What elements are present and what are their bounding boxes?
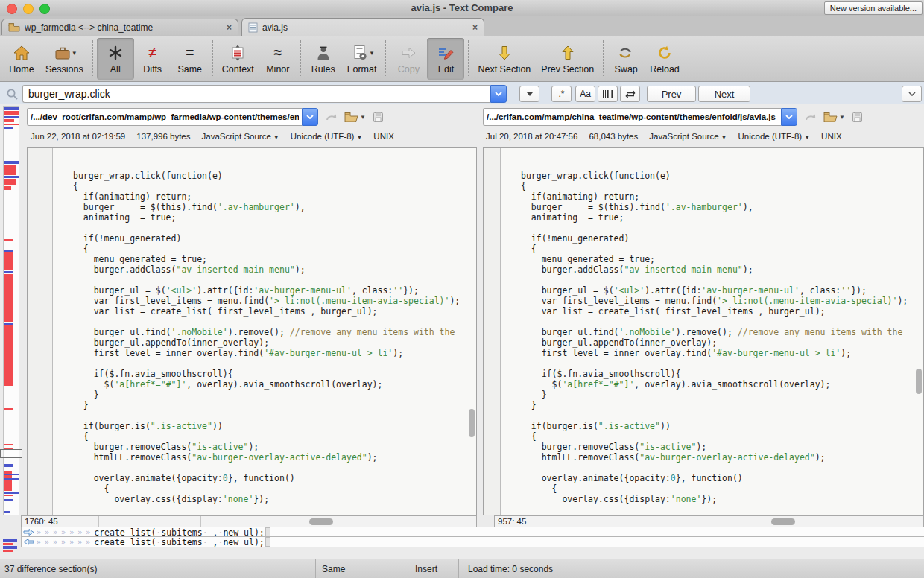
- search-menu-dropdown[interactable]: [519, 86, 539, 102]
- detail-text: ,: [208, 537, 218, 547]
- code-line: [521, 410, 914, 421]
- scrollbar-thumb[interactable]: [469, 409, 475, 437]
- regex-toggle-button[interactable]: .*: [551, 86, 572, 102]
- code-line: overlay.css({display:'none'});: [521, 494, 914, 504]
- code-line: htmlEL.removeClass("av-burger-overlay-ac…: [521, 452, 914, 463]
- toolbar-button-all[interactable]: All: [97, 38, 134, 80]
- tab-avia-js[interactable]: avia.js ×: [241, 18, 484, 36]
- search-history-dropdown[interactable]: [490, 85, 507, 103]
- update-available-button[interactable]: New version available...: [824, 1, 923, 15]
- scrollbar-thumb[interactable]: [771, 518, 795, 525]
- open-folder-caret-icon: ▼: [360, 114, 366, 121]
- code-line: burger_wrap.click(function(e): [521, 171, 914, 181]
- edit-pencil-icon: [436, 43, 455, 63]
- approx-icon: ≈: [268, 43, 288, 63]
- left-vertical-scrollbar[interactable]: [467, 148, 476, 515]
- toolbar-separator: [212, 40, 213, 77]
- title-bar: avia.js - Text Compare New version avail…: [0, 0, 924, 17]
- code-line: [73, 410, 467, 421]
- code-line: }: [73, 400, 467, 410]
- toolbar-button-minor[interactable]: ≈Minor: [259, 38, 297, 80]
- close-tab-icon[interactable]: ×: [472, 23, 478, 32]
- left-code-pane[interactable]: burger_wrap.click(function(e){ if(animat…: [27, 147, 477, 515]
- diff-stripe-red: [3, 543, 13, 545]
- code-line: var first_level_items = menu.find('> li:…: [521, 296, 914, 306]
- code-line: [73, 358, 467, 369]
- diff-stripe-red: [4, 239, 13, 241]
- toolbar-button-reload[interactable]: Reload: [645, 38, 685, 80]
- right-open-folder-button[interactable]: ▼: [823, 112, 845, 122]
- code-line: if(animating) return;: [73, 191, 467, 202]
- code-line: {: [521, 244, 914, 254]
- tab-label: avia.js: [262, 22, 288, 33]
- right-encoding-dropdown[interactable]: Unicode (UTF-8)▼: [738, 132, 811, 141]
- code-line: if(burger.is(".is-active")): [73, 421, 467, 431]
- detail-text: subitems: [161, 537, 202, 547]
- left-file-meta: Jun 22, 2018 at 02:19:59 137,996 bytes J…: [31, 132, 394, 141]
- scrollbar-thumb[interactable]: [309, 518, 333, 525]
- statusbar-divider: [458, 559, 459, 578]
- code-line: {: [73, 431, 467, 442]
- toolbar-button-same[interactable]: =Same: [171, 38, 209, 80]
- diff-stripe-blue: [4, 511, 10, 513]
- diff-stripe-blue: [4, 464, 13, 467]
- status-cell: [99, 516, 201, 527]
- right-code-pane[interactable]: burger_wrap.click(function(e){ if(animat…: [483, 147, 924, 515]
- toolbar-button-home[interactable]: Home: [3, 38, 40, 80]
- code-line: burger = $(this).find('.av-hamburger'),: [73, 202, 467, 212]
- diff-map-viewport-indicator[interactable]: [0, 449, 22, 458]
- code-line: burger_ul = $('<ul>').attr({id:'av-burge…: [521, 285, 914, 296]
- toolbar-button-prev-section[interactable]: Prev Section: [536, 38, 599, 80]
- toolbar-label: Copy: [398, 64, 420, 74]
- load-time: Load time: 0 seconds: [468, 564, 553, 574]
- toolbar-button-rules[interactable]: Rules: [305, 38, 342, 80]
- diff-stripe-blue: [4, 107, 19, 110]
- right-vertical-scrollbar[interactable]: [914, 148, 923, 515]
- tab-marker: »: [61, 538, 66, 546]
- diff-stripe-red: [4, 408, 13, 410]
- search-icon: [6, 88, 19, 104]
- search-panel-collapse-button[interactable]: [902, 86, 922, 102]
- diff-stripe-blue: [3, 539, 17, 542]
- close-tab-icon[interactable]: ×: [227, 23, 232, 32]
- right-file-path-input[interactable]: [483, 108, 781, 126]
- toolbar-button-format[interactable]: ▾Format: [342, 38, 382, 80]
- aligned-line-left[interactable]: »»»»»»»create_list(·subitems· ,·new_ul);: [21, 536, 924, 547]
- copy-arrow-icon: [399, 43, 418, 63]
- tab-bar: wp_farmedia <--> china_teatime × avia.js…: [0, 16, 924, 36]
- left-file-path-input[interactable]: [27, 108, 302, 126]
- code-line: [521, 317, 914, 327]
- right-format-dropdown[interactable]: JavaScript Source▼: [649, 132, 727, 141]
- left-format-dropdown[interactable]: JavaScript Source▼: [202, 132, 279, 141]
- code-line: if($.fn.avia_smoothscroll){: [521, 369, 914, 379]
- right-horizontal-scrollbar[interactable]: [750, 516, 923, 527]
- toolbar-button-next-section[interactable]: Next Section: [472, 38, 536, 80]
- whole-word-toggle-button[interactable]: [598, 86, 618, 102]
- left-path-dropdown[interactable]: [302, 108, 318, 126]
- right-refresh-icon: [804, 112, 817, 123]
- find-prev-button[interactable]: Prev: [647, 86, 696, 102]
- code-line: overlay.animate({opacity:0}, function(): [521, 473, 914, 483]
- toolbar-button-sessions[interactable]: ▾Sessions: [40, 38, 89, 80]
- right-code-gutter: [484, 148, 501, 515]
- swap-icon: [616, 43, 636, 63]
- left-encoding-dropdown[interactable]: Unicode (UTF-8)▼: [291, 132, 363, 141]
- match-case-toggle-button[interactable]: Aa: [575, 86, 595, 102]
- right-path-dropdown[interactable]: [781, 108, 797, 126]
- toolbar-button-context[interactable]: Context: [217, 38, 259, 80]
- toolbar-button-swap[interactable]: Swap: [607, 38, 645, 80]
- tab-folder-session[interactable]: wp_farmedia <--> china_teatime ×: [1, 19, 238, 35]
- find-next-button[interactable]: Next: [698, 86, 750, 102]
- status-cell: [654, 516, 751, 527]
- search-input[interactable]: [22, 85, 490, 103]
- toolbar-button-edit[interactable]: Edit: [427, 38, 464, 80]
- code-line: [521, 463, 914, 473]
- wrap-search-toggle-button[interactable]: [620, 86, 640, 102]
- left-horizontal-scrollbar[interactable]: [303, 516, 476, 527]
- scrollbar-thumb[interactable]: [916, 369, 922, 394]
- toolbar-button-diffs[interactable]: ≠Diffs: [134, 38, 171, 80]
- left-open-folder-button[interactable]: ▼: [344, 112, 366, 122]
- dropdown-caret-icon: ▾: [370, 49, 374, 57]
- code-line: if(!menu_generated): [73, 233, 467, 244]
- diff-stripe-red: [4, 111, 19, 115]
